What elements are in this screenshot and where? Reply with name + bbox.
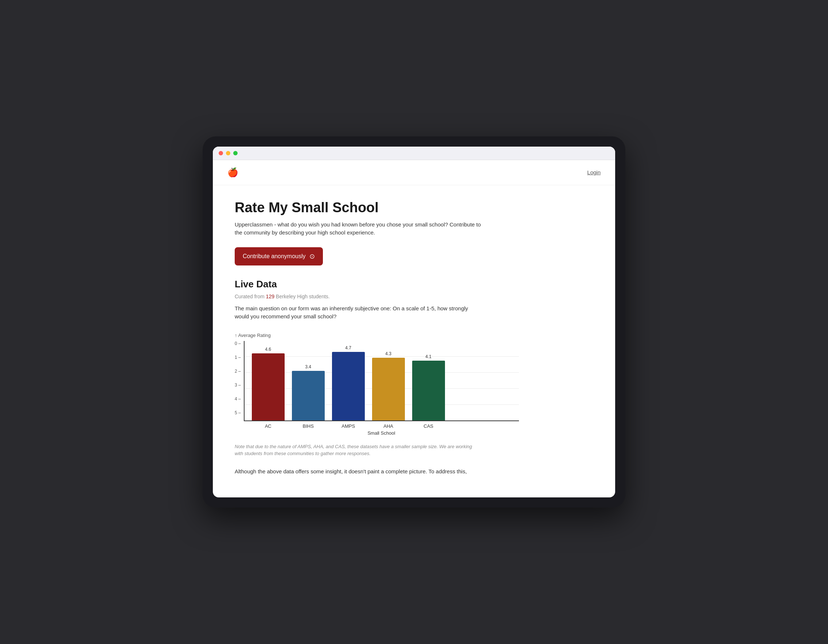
x-axis-labels: ACBIHSAMPSAHACAS [245,421,519,429]
chart-container: ↑ Average Rating 5 – 4 – 3 – 2 – 1 – 0 – [235,333,519,436]
site-logo: 🍎 [227,167,238,177]
browser-window: 🍎 Login Rate My Small School Upperclassm… [213,147,615,498]
contribute-button[interactable]: Contribute anonymously ⊙ [235,247,323,265]
y-axis: 5 – 4 – 3 – 2 – 1 – 0 – [235,341,244,429]
bar-aha [372,358,405,421]
minimize-dot[interactable] [226,151,231,156]
bar-group-cas: 4.1 [412,354,445,421]
arrow-icon: ⊙ [309,252,315,261]
y-tick-0: 0 – [235,341,241,346]
x-label-bihs: BIHS [292,423,325,429]
y-tick-1: 1 – [235,355,241,360]
bar-group-aha: 4.3 [372,351,405,421]
close-dot[interactable] [219,151,223,156]
bar-group-amps: 4.7 [332,346,365,421]
live-data-title: Live Data [235,279,519,290]
curated-suffix: Berkeley High students. [274,294,330,299]
bar-group-ac: 4.6 [252,347,285,421]
device-frame: 🍎 Login Rate My Small School Upperclassm… [202,137,626,508]
navbar: 🍎 Login [213,160,615,185]
y-tick-4: 4 – [235,396,241,402]
x-label-ac: AC [252,423,285,429]
bar-value-cas: 4.1 [425,354,431,359]
contribute-label: Contribute anonymously [243,253,306,260]
page-title: Rate My Small School [235,200,519,215]
curated-prefix: Curated from [235,294,266,299]
main-content: Rate My Small School Upperclassmen - wha… [213,185,541,498]
bar-amps [332,352,365,421]
y-tick-5: 5 – [235,410,241,415]
browser-chrome [213,147,615,160]
bars-container: 4.63.44.74.34.1 [244,341,519,421]
bar-ac [252,353,285,421]
bar-value-bihs: 3.4 [305,364,311,369]
bar-value-aha: 4.3 [385,351,391,356]
x-label-cas: CAS [412,423,445,429]
bottom-text: Although the above data offers some insi… [235,468,475,483]
x-label-amps: AMPS [332,423,365,429]
x-axis-title: Small School [244,430,519,436]
bar-value-ac: 4.6 [265,347,271,352]
x-label-aha: AHA [372,423,405,429]
page-subtitle: Upperclassmen - what do you wish you had… [235,221,483,237]
bar-group-bihs: 3.4 [292,364,325,421]
bar-cas [412,361,445,421]
student-count: 129 [266,294,274,299]
maximize-dot[interactable] [233,151,238,156]
bar-bihs [292,371,325,421]
chart-inner: 4.63.44.74.34.1 ACBIHSAMPSAHACAS Small S… [244,341,519,436]
y-tick-3: 3 – [235,383,241,388]
chart-note: Note that due to the nature of AMPS, AHA… [235,443,475,457]
page-content: 🍎 Login Rate My Small School Upperclassm… [213,160,615,498]
y-tick-2: 2 – [235,369,241,374]
question-text: The main question on our form was an inh… [235,305,475,321]
bar-value-amps: 4.7 [345,346,351,350]
y-axis-label: ↑ Average Rating [235,333,519,338]
chart-area: 5 – 4 – 3 – 2 – 1 – 0 – 4.63.44.74.34.1 … [235,341,519,436]
curated-text: Curated from 129 Berkeley High students. [235,294,519,299]
login-link[interactable]: Login [587,169,601,175]
